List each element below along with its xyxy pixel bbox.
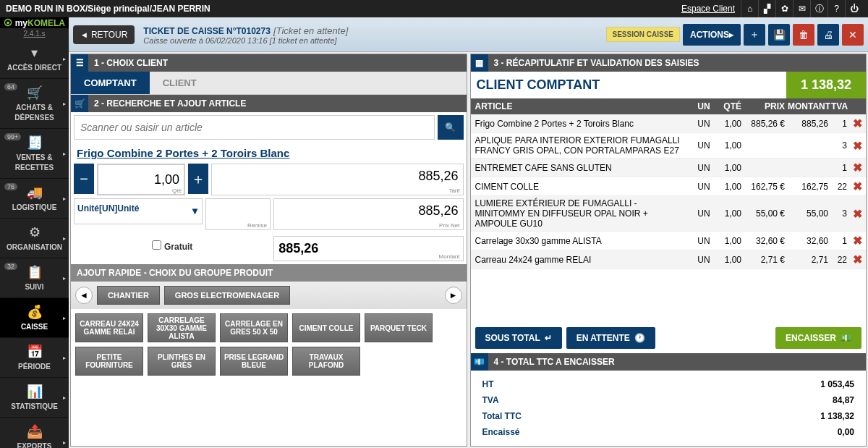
breadcrumb: DEMO RUN IN BOX/Siège principal/JEAN PER…: [6, 4, 681, 14]
version-link[interactable]: 2.4.1.s: [0, 28, 69, 39]
back-button[interactable]: ◄ RETOUR: [73, 25, 135, 44]
delete-row-icon[interactable]: ✖: [848, 161, 866, 174]
table-row[interactable]: ENTREMET CAFE SANS GLUTENUN1,001✖: [471, 159, 867, 177]
product-btn-3[interactable]: CIMENT COLLE: [292, 313, 360, 342]
group-btn-0[interactable]: CHANTIER: [97, 286, 160, 305]
list-icon: ☰: [71, 54, 88, 72]
page-title: TICKET DE CAISSE N°T010273: [143, 26, 271, 36]
delete-row-icon[interactable]: ✖: [848, 117, 866, 130]
ticket-status: [Ticket en attente]: [273, 25, 348, 36]
money-icon: 💶: [471, 353, 488, 371]
actions-dropdown[interactable]: ACTIONS▸: [683, 24, 741, 46]
home-icon[interactable]: ⌂: [741, 0, 758, 17]
sidebar-item-5[interactable]: 32📋SUIVI▸: [0, 258, 69, 298]
delete-row-icon[interactable]: ✖: [848, 253, 866, 266]
sidebar-item-8[interactable]: 📊STATISTIQUE▸: [0, 378, 69, 418]
table-row[interactable]: CIMENT COLLEUN1,00162,75 €162,7522✖: [471, 177, 867, 196]
mail-icon[interactable]: ✉: [793, 0, 810, 17]
sidebar-item-3[interactable]: 76🚚LOGISTIQUE▸: [0, 179, 69, 219]
help-icon[interactable]: ?: [827, 0, 845, 17]
step4-title: 4 - TOTAL TTC A ENCAISSER: [494, 357, 615, 367]
montant-value: 885,26: [274, 237, 323, 261]
logo: ⦿ myKOMELA: [0, 17, 69, 28]
calc-icon: ▦: [471, 54, 488, 72]
tab-client[interactable]: CLIENT: [150, 72, 210, 94]
group-next[interactable]: ►: [445, 287, 462, 304]
sidebar-item-7[interactable]: 📅PÉRIODE▸: [0, 338, 69, 378]
prixnet-field[interactable]: 885,26: [274, 199, 463, 229]
product-btn-8[interactable]: TRAVAUX PLAFOND: [292, 347, 360, 376]
qty-minus[interactable]: −: [74, 164, 94, 194]
qty-plus[interactable]: ＋: [188, 164, 208, 194]
product-btn-7[interactable]: PRISE LEGRAND BLEUE: [220, 347, 288, 376]
unit-select[interactable]: Unité[UN]Unité: [74, 198, 203, 224]
attente-button[interactable]: EN ATTENTE 🕐: [566, 327, 655, 349]
sidebar-item-1[interactable]: 64🛒ACHATS & DÉPENSES▸: [0, 79, 69, 129]
total-badge: 1 138,32: [786, 72, 866, 98]
search-input[interactable]: [74, 115, 435, 140]
save-button[interactable]: 💾: [768, 24, 790, 46]
quickadd-header: AJOUT RAPIDE - CHOIX DU GROUPE PRODUIT: [71, 264, 467, 282]
product-btn-2[interactable]: CARRELAGE EN GRES 50 X 50: [220, 313, 288, 342]
delete-row-icon[interactable]: ✖: [848, 139, 866, 153]
session-caisse-button[interactable]: SESSION CAISSE: [606, 27, 680, 42]
table-row[interactable]: Frigo Combine 2 Portes + 2 Toroirs Blanc…: [471, 114, 867, 133]
step3-title: 3 - RÉCAPITULATIF ET VALIDATION DES SAIS…: [494, 58, 699, 68]
sidebar-item-2[interactable]: 99+🧾VENTES & RECETTES▸: [0, 129, 69, 179]
table-row[interactable]: LUMIERE EXTÉRIEUR DE FUMAGALLI - MINITOM…: [471, 196, 867, 232]
espace-client-link[interactable]: Espace Client: [681, 4, 735, 14]
delete-button[interactable]: 🗑: [793, 24, 814, 46]
product-btn-1[interactable]: CARRELAGE 30X30 GAMME ALISTA: [148, 313, 216, 342]
step2-title: 2 - RECHERCHE ET AJOUT ARTICLE: [94, 98, 246, 109]
gear-icon[interactable]: ✿: [775, 0, 793, 17]
delete-row-icon[interactable]: ✖: [848, 207, 866, 221]
power-icon[interactable]: ⏻: [845, 0, 862, 17]
product-btn-4[interactable]: PARQUET TECK: [365, 313, 433, 342]
table-row[interactable]: Carrelage 30x30 gamme ALISTAUN1,0032,60 …: [471, 232, 867, 250]
product-link[interactable]: Frigo Combine 2 Portes + 2 Toroirs Blanc: [71, 143, 467, 164]
sidebar-item-9[interactable]: 📤EXPORTS COMPTABLES▸: [0, 418, 69, 448]
tab-comptant[interactable]: COMPTANT: [71, 72, 150, 94]
soustotal-button[interactable]: SOUS TOTAL ↵: [475, 327, 562, 349]
product-btn-6[interactable]: PLINTHES EN GRÈS: [148, 347, 216, 376]
search-button[interactable]: 🔍: [438, 115, 464, 140]
sidebar-item-4[interactable]: ⚙ORGANISATION▸: [0, 219, 69, 258]
close-button[interactable]: ✕: [842, 24, 864, 46]
delete-row-icon[interactable]: ✖: [848, 179, 866, 193]
add-button[interactable]: ＋: [744, 24, 765, 46]
step1-title: 1 - CHOIX CLIENT: [94, 58, 168, 68]
group-btn-1[interactable]: GROS ELECTROMENAGER: [164, 286, 290, 305]
table-row[interactable]: APLIQUE PARA INTERIOR EXTERIOR FUMAGALLI…: [471, 133, 867, 159]
tarif-field[interactable]: 885,26: [212, 164, 463, 195]
product-btn-5[interactable]: PETITE FOURNITURE: [75, 347, 143, 376]
product-btn-0[interactable]: CARREAU 24X24 GAMME RELAI: [75, 313, 143, 342]
stats-icon[interactable]: ▞: [758, 0, 775, 17]
client-name: CLIENT COMPTANT: [471, 72, 786, 98]
gratuit-checkbox[interactable]: [152, 240, 161, 250]
sidebar-item-6[interactable]: 💰CAISSE▸: [0, 298, 69, 338]
subtitle: Caisse ouverte à 06/02/2020 13:16 [1 tic…: [143, 36, 605, 45]
table-row[interactable]: Carreau 24x24 gamme RELAIUN1,002,71 €2,7…: [471, 250, 867, 269]
qty-input[interactable]: [98, 164, 184, 195]
info-icon[interactable]: ⓘ: [810, 0, 827, 17]
basket-icon: 🛒: [71, 95, 88, 112]
sidebar-item-0[interactable]: ▾ACCÈS DIRECT▸: [0, 39, 69, 79]
encaisser-button[interactable]: ENCAISSER 💵: [775, 327, 861, 349]
delete-row-icon[interactable]: ✖: [848, 234, 866, 248]
print-button[interactable]: 🖨: [817, 24, 839, 46]
group-prev[interactable]: ◄: [75, 287, 93, 304]
